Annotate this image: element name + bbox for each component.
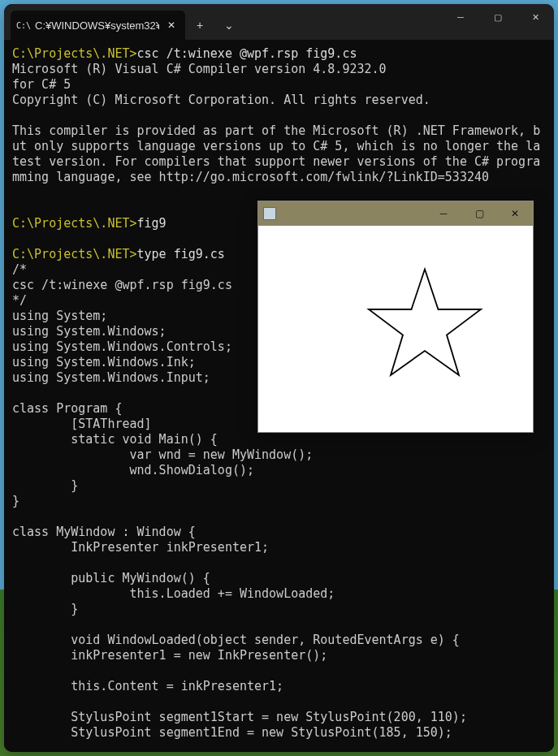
minimize-button[interactable]: ─ bbox=[442, 4, 479, 30]
close-button[interactable]: ✕ bbox=[517, 4, 554, 30]
wpf-close-button[interactable]: ✕ bbox=[497, 201, 533, 226]
source-line: using System.Windows.Ink; bbox=[12, 355, 196, 369]
command-text: fig9 bbox=[137, 216, 167, 231]
source-line: } bbox=[12, 494, 19, 508]
source-line: [STAThread] bbox=[12, 417, 152, 431]
source-line: */ bbox=[12, 293, 27, 308]
source-line: } bbox=[12, 478, 78, 493]
output-line: Copyright (C) Microsoft Corporation. All… bbox=[12, 93, 430, 107]
new-tab-button[interactable]: + bbox=[185, 11, 214, 40]
wpf-canvas[interactable] bbox=[258, 226, 533, 432]
source-line: var wnd = new MyWindow(); bbox=[12, 447, 313, 462]
tab-close-button[interactable]: ✕ bbox=[164, 18, 179, 32]
source-line: } bbox=[12, 602, 78, 616]
terminal-tab[interactable]: C:\ C:¥WINDOWS¥system32¥cmd ✕ bbox=[11, 11, 185, 40]
svg-marker-0 bbox=[369, 270, 481, 376]
wpf-window-icon bbox=[263, 207, 276, 220]
source-line: using System.Windows.Controls; bbox=[12, 339, 232, 354]
output-line: Microsoft (R) Visual C# Compiler version… bbox=[12, 62, 387, 76]
terminal-titlebar[interactable]: C:\ C:¥WINDOWS¥system32¥cmd ✕ + ⌄ ─ ▢ ✕ bbox=[4, 4, 554, 40]
source-line: this.Content = inkPresenter1; bbox=[12, 679, 283, 693]
source-line: class Program { bbox=[12, 401, 122, 416]
prompt: C:\Projects\.NET> bbox=[12, 46, 137, 61]
command-text: csc /t:winexe @wpf.rsp fig9.cs bbox=[137, 46, 357, 61]
cmd-icon: C:\ bbox=[17, 19, 30, 32]
source-line: csc /t:winexe @wpf.rsp fig9.cs bbox=[12, 278, 232, 292]
source-line: wnd.ShowDialog(); bbox=[12, 463, 254, 477]
source-line: StylusPoint segment1End = new StylusPoin… bbox=[12, 725, 452, 740]
maximize-button[interactable]: ▢ bbox=[479, 4, 517, 30]
tab-title: C:¥WINDOWS¥system32¥cmd bbox=[35, 19, 159, 32]
source-line: using System; bbox=[12, 309, 107, 323]
source-line: inkPresenter1 = new InkPresenter(); bbox=[12, 648, 327, 663]
source-line: public MyWindow() { bbox=[12, 571, 210, 585]
source-line: StylusPoint segment1Start = new StylusPo… bbox=[12, 710, 467, 724]
command-text: type fig9.cs bbox=[137, 247, 225, 261]
source-line: /* bbox=[12, 262, 27, 277]
output-line: for C# 5 bbox=[12, 77, 71, 92]
source-line: this.Loaded += WindowLoaded; bbox=[12, 586, 335, 601]
wpf-window[interactable]: ─ ▢ ✕ bbox=[257, 201, 534, 433]
output-warning: This compiler is provided as part of the… bbox=[12, 123, 540, 184]
prompt: C:\Projects\.NET> bbox=[12, 216, 137, 231]
wpf-minimize-button[interactable]: ─ bbox=[426, 201, 461, 226]
source-line: class MyWindow : Window { bbox=[12, 525, 196, 539]
tab-dropdown-button[interactable]: ⌄ bbox=[214, 11, 244, 40]
source-line: InkPresenter inkPresenter1; bbox=[12, 540, 269, 555]
source-line: using System.Windows; bbox=[12, 324, 167, 339]
source-line: static void Main() { bbox=[12, 432, 218, 447]
wpf-maximize-button[interactable]: ▢ bbox=[461, 201, 497, 226]
source-line: void WindowLoaded(object sender, RoutedE… bbox=[12, 633, 460, 647]
star-shape-icon bbox=[364, 263, 486, 385]
prompt: C:\Projects\.NET> bbox=[12, 247, 137, 261]
wpf-titlebar[interactable]: ─ ▢ ✕ bbox=[258, 201, 533, 226]
source-line: using System.Windows.Input; bbox=[12, 370, 210, 385]
